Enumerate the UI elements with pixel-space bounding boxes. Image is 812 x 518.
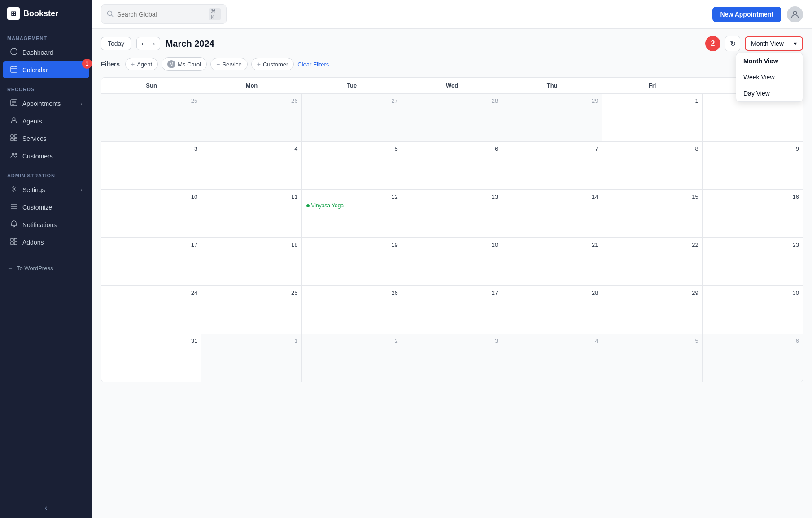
view-selector: Month View ▾ Month View Week View Day Vi… xyxy=(745,36,803,51)
view-option-day-label: Day View xyxy=(743,90,770,97)
sidebar-item-notifications[interactable]: Notifications xyxy=(3,216,89,233)
refresh-button[interactable]: ↻ xyxy=(725,36,740,51)
calendar-date-number: 16 xyxy=(706,193,799,200)
day-header-thu: Thu xyxy=(502,78,602,93)
calendar-cell[interactable]: 18 xyxy=(201,238,301,286)
calendar-cell[interactable]: 20 xyxy=(402,238,502,286)
calendar-date-number: 29 xyxy=(606,290,698,296)
svg-rect-22 xyxy=(11,242,13,245)
svg-point-9 xyxy=(13,118,15,120)
svg-rect-21 xyxy=(14,238,17,241)
filter-person-chip[interactable]: M Ms Carol xyxy=(162,57,207,71)
filter-service-label: Service xyxy=(222,61,241,68)
calendar-cell[interactable]: 23 xyxy=(703,238,803,286)
calendar-cell[interactable]: 26 xyxy=(201,94,301,142)
notifications-label: Notifications xyxy=(22,221,57,228)
wordpress-back-icon: ← xyxy=(7,265,13,272)
calendar-cell[interactable]: 10 xyxy=(101,190,201,238)
svg-rect-23 xyxy=(14,242,17,245)
filter-agent-label: Agent xyxy=(137,61,152,68)
calendar-cell[interactable]: 1 xyxy=(201,334,301,382)
sidebar-item-settings[interactable]: Settings › xyxy=(3,181,89,198)
calendar-cell[interactable]: 2 xyxy=(302,334,402,382)
calendar-cell[interactable]: 25 xyxy=(101,94,201,142)
calendar-cell[interactable]: 13 xyxy=(402,190,502,238)
calendar-cell[interactable]: 7 xyxy=(502,142,602,190)
calendar-cell[interactable]: 9 xyxy=(703,142,803,190)
calendar-date-number: 8 xyxy=(606,145,698,152)
sidebar-item-dashboard[interactable]: Dashboard xyxy=(3,44,89,61)
calendar-cell[interactable]: 4 xyxy=(201,142,301,190)
filter-service-chip[interactable]: + Service xyxy=(210,58,248,70)
to-wordpress-link[interactable]: ← To WordPress xyxy=(0,259,92,278)
calendar-cell[interactable]: 28 xyxy=(502,286,602,334)
calendar-cell[interactable]: 29 xyxy=(502,94,602,142)
calendar-cell[interactable]: 6 xyxy=(703,334,803,382)
management-section-label: Management xyxy=(0,27,92,44)
calendar-cell[interactable]: 29 xyxy=(602,286,702,334)
calendar-cell[interactable]: 5 xyxy=(302,142,402,190)
calendar-date-number: 14 xyxy=(506,193,598,200)
calendar-cell[interactable]: 17 xyxy=(101,238,201,286)
calendar-cell[interactable]: 26 xyxy=(302,286,402,334)
next-month-button[interactable]: › xyxy=(148,37,160,50)
calendar-date-number: 5 xyxy=(606,338,698,344)
new-appointment-button[interactable]: New Appointment xyxy=(712,7,781,22)
calendar-cell[interactable]: 5 xyxy=(602,334,702,382)
calendar-cell[interactable]: 30 xyxy=(703,286,803,334)
svg-rect-10 xyxy=(11,135,13,137)
prev-month-button[interactable]: ‹ xyxy=(137,37,148,50)
calendar-cell[interactable]: 3 xyxy=(402,334,502,382)
sidebar-item-customize[interactable]: Customize xyxy=(3,199,89,215)
calendar-cell[interactable]: 14 xyxy=(502,190,602,238)
view-selector-button[interactable]: Month View ▾ xyxy=(745,36,803,51)
filter-customer-chip[interactable]: + Customer xyxy=(251,58,294,70)
view-option-week[interactable]: Week View xyxy=(736,69,803,85)
calendar-cell[interactable]: 27 xyxy=(302,94,402,142)
filter-service-plus-icon: + xyxy=(216,61,220,68)
sidebar-item-customers[interactable]: Customers xyxy=(3,148,89,164)
sidebar-item-services[interactable]: Services xyxy=(3,130,89,147)
calendar-cell[interactable]: 25 xyxy=(201,286,301,334)
calendar-cell[interactable]: 6 xyxy=(402,142,502,190)
app-logo[interactable]: ⊞ Bookster xyxy=(0,0,92,27)
sidebar-item-calendar[interactable]: Calendar 1 xyxy=(3,61,89,78)
search-input[interactable] xyxy=(117,11,205,18)
calendar-date-number: 2 xyxy=(306,338,398,344)
calendar-cell[interactable]: 28 xyxy=(402,94,502,142)
calendar-date-number: 17 xyxy=(105,241,197,248)
calendar-cell[interactable]: 15 xyxy=(602,190,702,238)
sidebar-item-addons[interactable]: Addons xyxy=(3,234,89,250)
appointments-chevron: › xyxy=(80,101,82,106)
calendar-cell[interactable]: 31 xyxy=(101,334,201,382)
calendar-cell[interactable]: 8 xyxy=(602,142,702,190)
calendar-cell[interactable]: 22 xyxy=(602,238,702,286)
calendar-cell[interactable]: 27 xyxy=(402,286,502,334)
search-box[interactable]: ⌘ K xyxy=(101,4,227,24)
calendar-cell[interactable]: 12Vinyasa Yoga xyxy=(302,190,402,238)
calendar-date-number: 10 xyxy=(105,193,197,200)
clear-filters-button[interactable]: Clear Filters xyxy=(297,61,329,68)
sidebar-item-agents[interactable]: Agents xyxy=(3,113,89,129)
customers-label: Customers xyxy=(22,153,53,160)
calendar-cell[interactable]: 21 xyxy=(502,238,602,286)
sidebar-collapse-button[interactable]: ‹ xyxy=(0,498,92,518)
calendar-date-number: 6 xyxy=(706,338,799,344)
view-option-day[interactable]: Day View xyxy=(736,85,803,101)
svg-point-16 xyxy=(13,188,15,190)
calendar-date-number: 19 xyxy=(306,241,398,248)
filter-agent-chip[interactable]: + Agent xyxy=(125,58,158,70)
today-button[interactable]: Today xyxy=(101,37,131,50)
calendar-cell[interactable]: 4 xyxy=(502,334,602,382)
view-option-month[interactable]: Month View xyxy=(736,53,803,69)
calendar-cell[interactable]: 3 xyxy=(101,142,201,190)
sidebar-item-appointments[interactable]: Appointments › xyxy=(3,95,89,112)
calendar-cell[interactable]: 24 xyxy=(101,286,201,334)
calendar-cell[interactable]: 1 xyxy=(602,94,702,142)
calendar-cell[interactable]: 16 xyxy=(703,190,803,238)
step-badge-2[interactable]: 2 xyxy=(705,36,720,51)
calendar-event[interactable]: Vinyasa Yoga xyxy=(306,202,398,209)
calendar-cell[interactable]: 11 xyxy=(201,190,301,238)
user-avatar[interactable] xyxy=(787,6,803,22)
calendar-cell[interactable]: 19 xyxy=(302,238,402,286)
